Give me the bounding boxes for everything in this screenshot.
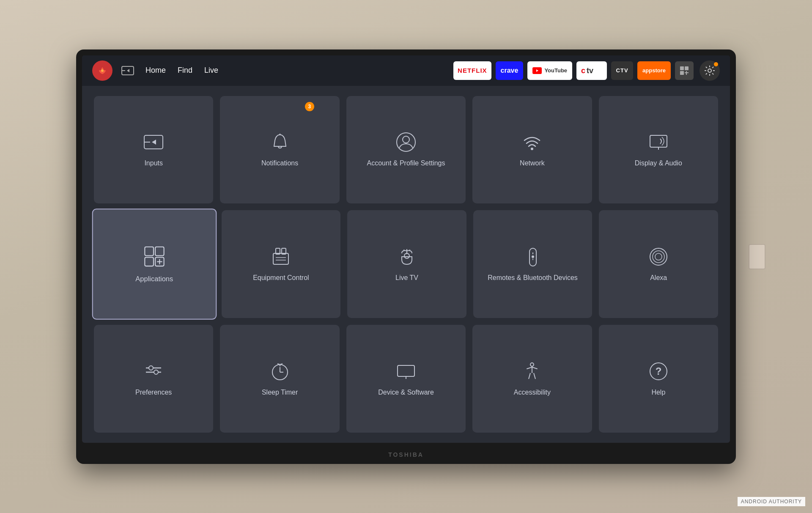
alexa-tile[interactable]: Alexa bbox=[599, 210, 718, 318]
svg-text:?: ? bbox=[655, 365, 661, 377]
sleep-timer-icon bbox=[269, 360, 291, 382]
svg-rect-51 bbox=[398, 365, 414, 376]
account-icon bbox=[395, 131, 417, 153]
notifications-tile[interactable]: Notifications 3 bbox=[220, 96, 339, 204]
app-icons-row: NETFLIX crave YouTube bbox=[453, 60, 720, 81]
dazn-app-icon[interactable]: CTV bbox=[611, 61, 633, 80]
device-software-icon bbox=[395, 360, 417, 382]
youtube-play-icon bbox=[532, 67, 542, 74]
inputs-tile[interactable]: Inputs bbox=[94, 96, 213, 204]
tv-screen: Home Find Live NETFLIX crave bbox=[82, 55, 730, 443]
appstore-app-icon[interactable]: appstore bbox=[637, 61, 671, 80]
preferences-label: Preferences bbox=[135, 388, 172, 397]
ctv-app-icon[interactable]: c tv bbox=[576, 61, 607, 80]
grid-row-2: Applications bbox=[94, 210, 718, 318]
svg-point-42 bbox=[655, 253, 662, 260]
equipment-control-tile[interactable]: Equipment Control bbox=[222, 210, 341, 318]
network-icon bbox=[521, 131, 543, 153]
display-audio-label: Display & Audio bbox=[635, 159, 682, 168]
svg-point-17 bbox=[397, 133, 415, 151]
svg-text:tv: tv bbox=[587, 66, 593, 75]
help-tile[interactable]: ? Help bbox=[599, 325, 718, 433]
svg-rect-8 bbox=[680, 66, 684, 70]
svg-rect-29 bbox=[273, 253, 288, 264]
notifications-icon bbox=[269, 131, 291, 153]
sleep-timer-label: Sleep Timer bbox=[262, 388, 298, 397]
svg-point-13 bbox=[708, 69, 711, 72]
applications-tile[interactable]: Applications bbox=[92, 208, 217, 319]
logo-icon bbox=[96, 64, 109, 77]
nav-home[interactable]: Home bbox=[145, 66, 166, 75]
settings-grid: Inputs Notifications 3 bbox=[82, 86, 730, 443]
display-audio-tile[interactable]: Display & Audio bbox=[599, 96, 718, 204]
svg-marker-4 bbox=[536, 69, 538, 72]
settings-notification-dot bbox=[714, 62, 718, 66]
watermark: ANDROID AUTHORITY bbox=[738, 497, 805, 506]
wall-outlet bbox=[749, 244, 765, 269]
svg-point-1 bbox=[101, 69, 104, 72]
equipment-control-icon bbox=[270, 246, 292, 268]
svg-point-19 bbox=[531, 148, 533, 150]
applications-icon bbox=[142, 244, 167, 269]
inputs-label: Inputs bbox=[144, 159, 163, 168]
accessibility-tile[interactable]: Accessibility bbox=[472, 325, 592, 433]
tv-frame: Home Find Live NETFLIX crave bbox=[76, 49, 736, 464]
remotes-bluetooth-label: Remotes & Bluetooth Devices bbox=[488, 274, 578, 283]
preferences-tile[interactable]: Preferences bbox=[94, 325, 213, 433]
crave-app-icon[interactable]: crave bbox=[496, 61, 524, 80]
svg-point-41 bbox=[653, 251, 664, 263]
input-icon[interactable] bbox=[118, 61, 137, 80]
svg-point-46 bbox=[154, 370, 158, 374]
help-icon: ? bbox=[647, 360, 669, 382]
nav-links: Home Find Live bbox=[145, 66, 218, 75]
settings-button[interactable] bbox=[700, 60, 720, 81]
svg-text:c: c bbox=[581, 66, 585, 75]
live-tv-tile[interactable]: Live TV bbox=[347, 210, 466, 318]
svg-point-54 bbox=[530, 363, 534, 366]
accessibility-label: Accessibility bbox=[514, 388, 551, 397]
help-label: Help bbox=[651, 388, 665, 397]
remotes-bluetooth-icon bbox=[522, 246, 544, 268]
svg-rect-10 bbox=[680, 71, 684, 75]
svg-point-38 bbox=[532, 255, 534, 258]
inputs-icon bbox=[143, 131, 165, 153]
alexa-label: Alexa bbox=[650, 274, 667, 283]
live-tv-label: Live TV bbox=[395, 274, 418, 283]
network-tile[interactable]: Network bbox=[472, 96, 592, 204]
accessibility-icon bbox=[521, 360, 543, 382]
netflix-app-icon[interactable]: NETFLIX bbox=[453, 61, 491, 80]
svg-point-18 bbox=[403, 136, 409, 143]
live-tv-icon bbox=[396, 246, 418, 268]
watermark-text: ANDROID AUTHORITY bbox=[741, 499, 802, 505]
notifications-label: Notifications bbox=[261, 159, 298, 168]
sleep-timer-tile[interactable]: Sleep Timer bbox=[220, 325, 339, 433]
display-audio-icon bbox=[647, 131, 669, 153]
svg-rect-24 bbox=[155, 247, 164, 256]
svg-rect-23 bbox=[145, 247, 154, 256]
network-label: Network bbox=[520, 159, 545, 168]
grid-view-icon[interactable] bbox=[675, 61, 694, 80]
account-label: Account & Profile Settings bbox=[367, 159, 445, 168]
svg-rect-25 bbox=[145, 258, 154, 266]
svg-point-45 bbox=[149, 366, 153, 370]
top-navigation-bar: Home Find Live NETFLIX crave bbox=[82, 55, 730, 86]
fire-tv-logo[interactable] bbox=[92, 60, 112, 81]
device-software-tile[interactable]: Device & Software bbox=[346, 325, 466, 433]
youtube-app-icon[interactable]: YouTube bbox=[527, 61, 572, 80]
alexa-icon bbox=[647, 246, 669, 268]
grid-row-3: Preferences bbox=[94, 325, 718, 433]
applications-label: Applications bbox=[135, 275, 173, 284]
grid-row-1: Inputs Notifications 3 bbox=[94, 96, 718, 204]
room-background: Home Find Live NETFLIX crave bbox=[0, 0, 812, 513]
remotes-bluetooth-tile[interactable]: Remotes & Bluetooth Devices bbox=[473, 210, 593, 318]
svg-rect-9 bbox=[685, 66, 689, 70]
account-tile[interactable]: Account & Profile Settings bbox=[346, 96, 466, 204]
preferences-icon bbox=[143, 360, 165, 382]
svg-rect-20 bbox=[650, 135, 667, 147]
tv-brand-label: TOSHIBA bbox=[388, 451, 424, 458]
notifications-badge: 3 bbox=[305, 102, 314, 111]
device-software-label: Device & Software bbox=[378, 388, 434, 397]
nav-find[interactable]: Find bbox=[178, 66, 192, 75]
nav-live[interactable]: Live bbox=[204, 66, 218, 75]
equipment-control-label: Equipment Control bbox=[253, 274, 309, 283]
